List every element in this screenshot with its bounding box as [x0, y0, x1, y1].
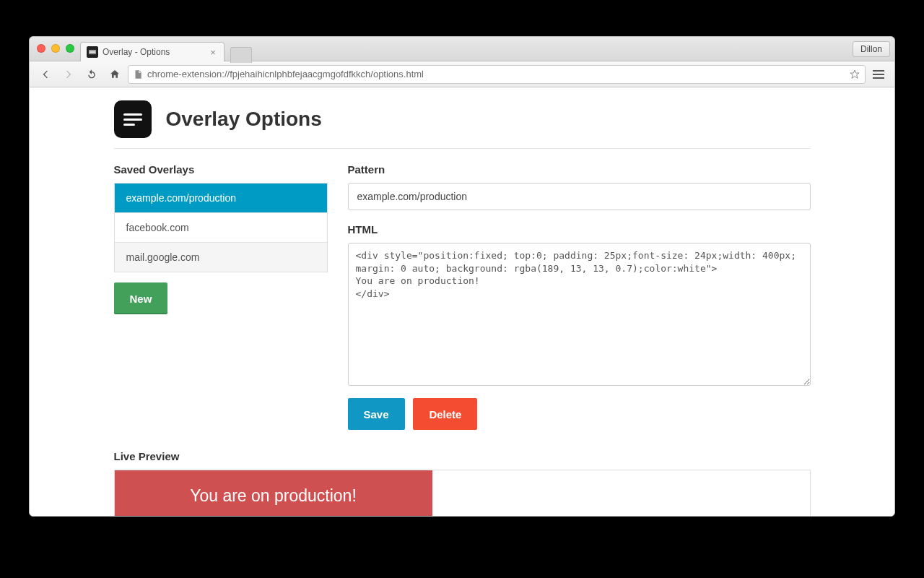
close-tab-icon[interactable]: × — [208, 47, 218, 57]
saved-overlays-list: example.com/production facebook.com mail… — [114, 183, 328, 272]
saved-overlay-item[interactable]: example.com/production — [115, 184, 327, 213]
forward-button[interactable] — [58, 65, 79, 84]
page-viewport: Overlay Options Saved Overlays example.c… — [30, 87, 894, 516]
page-icon — [133, 69, 143, 79]
menu-button[interactable] — [868, 74, 889, 75]
overlay-item-label: facebook.com — [126, 222, 189, 233]
page-title: Overlay Options — [166, 108, 322, 131]
overlay-favicon-icon — [87, 46, 98, 58]
maximize-window-button[interactable] — [66, 44, 74, 53]
html-textarea[interactable] — [348, 243, 811, 386]
html-label: HTML — [348, 223, 811, 236]
live-preview-box: You are on production! — [114, 470, 811, 516]
page-header: Overlay Options — [114, 100, 811, 149]
home-button[interactable] — [105, 65, 125, 84]
delete-button-label: Delete — [429, 408, 461, 420]
pattern-input[interactable] — [348, 183, 811, 210]
tab-strip: Overlay - Options × Dillon — [30, 37, 894, 61]
bookmark-star-icon[interactable] — [849, 69, 860, 80]
page-container: Overlay Options Saved Overlays example.c… — [114, 87, 811, 516]
live-preview-heading: Live Preview — [114, 450, 811, 462]
overlay-item-label: example.com/production — [126, 192, 237, 204]
browser-toolbar: chrome-extension://fpjehaihicnlphbfejaac… — [30, 61, 894, 87]
profile-label: Dillon — [860, 44, 882, 54]
editor-actions: Save Delete — [348, 398, 811, 430]
delete-button[interactable]: Delete — [413, 398, 477, 430]
reload-button[interactable] — [82, 65, 102, 84]
url-text: chrome-extension://fpjehaihicnlphbfejaac… — [147, 69, 424, 79]
arrow-right-icon — [63, 69, 74, 80]
new-tab-button[interactable] — [230, 47, 252, 63]
preview-banner-text: You are on production! — [190, 486, 357, 505]
profile-button[interactable]: Dillon — [853, 41, 890, 57]
address-bar[interactable]: chrome-extension://fpjehaihicnlphbfejaac… — [128, 65, 866, 84]
overlay-logo-icon — [114, 100, 152, 138]
new-button-label: New — [130, 293, 152, 305]
reload-icon — [86, 69, 97, 80]
saved-overlay-item[interactable]: mail.google.com — [115, 243, 327, 272]
arrow-left-icon — [40, 69, 51, 80]
browser-tab[interactable]: Overlay - Options × — [80, 42, 225, 61]
saved-overlay-item[interactable]: facebook.com — [115, 213, 327, 243]
back-button[interactable] — [35, 65, 56, 84]
overlay-item-label: mail.google.com — [126, 251, 200, 263]
new-overlay-button[interactable]: New — [114, 282, 168, 314]
save-button[interactable]: Save — [348, 398, 405, 430]
tab-title: Overlay - Options — [103, 47, 170, 57]
pattern-label: Pattern — [348, 163, 811, 176]
preview-banner: You are on production! — [115, 470, 432, 516]
close-window-button[interactable] — [37, 44, 45, 53]
minimize-window-button[interactable] — [51, 44, 60, 53]
hamburger-icon — [873, 74, 884, 75]
save-button-label: Save — [364, 408, 389, 420]
window-controls — [37, 44, 74, 53]
saved-overlays-heading: Saved Overlays — [114, 163, 328, 176]
browser-window: Overlay - Options × Dillon chrome-extens… — [29, 36, 895, 517]
home-icon — [109, 69, 121, 80]
